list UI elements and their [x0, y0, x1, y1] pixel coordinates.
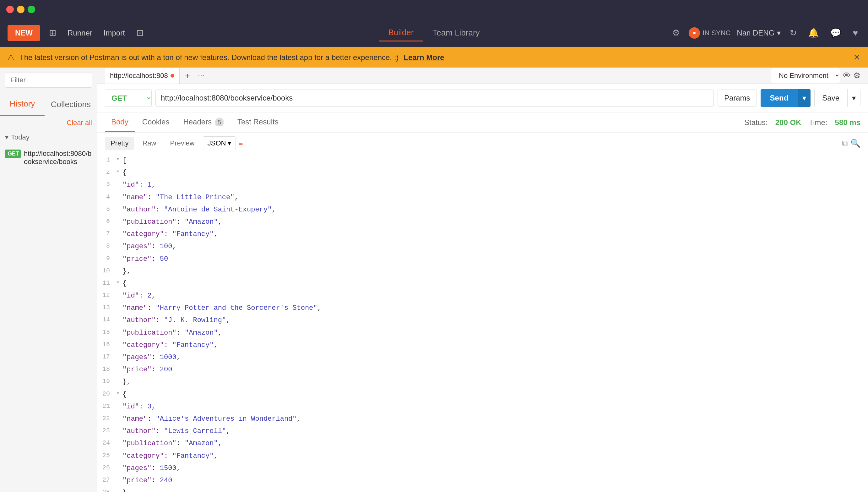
line-content: "publication": "Amazon", — [123, 217, 222, 227]
user-menu-button[interactable]: Nan DENG ▾ — [737, 29, 781, 38]
url-input[interactable] — [155, 90, 714, 106]
sidebar-url: http://localhost:8080/bookservice/books — [24, 150, 92, 166]
tab-builder[interactable]: Builder — [379, 25, 423, 42]
pretty-format-button[interactable]: Pretty — [105, 137, 134, 150]
line-content: [ — [123, 155, 127, 166]
send-button[interactable]: Send — [761, 89, 798, 107]
line-content: { — [123, 167, 127, 178]
tab-body[interactable]: Body — [105, 113, 135, 132]
preview-format-button[interactable]: Preview — [164, 137, 200, 150]
titlebar — [0, 0, 868, 19]
line-content: "pages": 100, — [123, 241, 177, 252]
params-button[interactable]: Params — [718, 90, 757, 106]
line-content: "id": 3, — [123, 401, 156, 412]
bell-icon-button[interactable]: 🔔 — [806, 25, 821, 41]
sync-label: IN SYNC — [703, 29, 731, 37]
chevron-down-icon: ▾ — [5, 133, 8, 141]
line-content: "price": 200 — [123, 364, 172, 375]
format-bar: Pretty Raw Preview JSON ▾ ≡ ⧉ 🔍 — [97, 132, 868, 154]
collapse-icon[interactable]: ▾ — [116, 278, 123, 289]
line-content: "name": "Alice's Adventures in Wonderlan… — [123, 414, 301, 424]
json-line-12: 12 "id": 2, — [97, 290, 868, 302]
line-content: "price": 240 — [123, 475, 172, 486]
json-format-selector[interactable]: JSON ▾ — [203, 137, 236, 150]
json-line-2: 2▾ { — [97, 167, 868, 179]
tab-collections[interactable]: Collections — [45, 93, 97, 116]
tab-team-library[interactable]: Team Library — [423, 25, 489, 42]
minimize-button[interactable] — [17, 6, 25, 13]
line-number: 19 — [97, 376, 116, 387]
collapse-icon[interactable]: ▾ — [116, 389, 123, 400]
tab-history[interactable]: History — [0, 93, 45, 116]
line-number: 13 — [97, 302, 116, 314]
tab-more-button[interactable]: ··· — [195, 68, 207, 83]
send-btn-group: Send ▾ — [761, 89, 811, 107]
settings-icon-button[interactable]: ⚙ — [669, 25, 682, 41]
json-line-14: 14 "author": "J. K. Rowling", — [97, 314, 868, 326]
line-number: 4 — [97, 192, 116, 203]
line-number: 20 — [97, 389, 116, 400]
tab-url-text: http://localhost:808 — [110, 72, 168, 80]
line-number: 18 — [97, 364, 116, 375]
headers-count-badge: 5 — [215, 118, 224, 126]
heart-icon-button[interactable]: ♥ — [850, 25, 861, 41]
save-button[interactable]: Save — [814, 89, 847, 107]
new-button[interactable]: NEW — [7, 25, 40, 41]
env-eye-icon-button[interactable]: 👁 — [843, 71, 851, 80]
json-line-27: 27 "price": 240 — [97, 474, 868, 487]
line-content: "author": "Lewis Carroll", — [123, 426, 230, 437]
tab-headers[interactable]: Headers 5 — [177, 113, 230, 132]
collapse-icon[interactable]: ▾ — [116, 155, 123, 166]
status-value: 200 OK — [775, 118, 801, 127]
add-layout-icon[interactable]: ⊡ — [134, 25, 146, 41]
copy-icon-button[interactable]: ⧉ — [842, 139, 848, 148]
list-item[interactable]: GET http://localhost:8080/bookservice/bo… — [0, 145, 97, 170]
json-line-13: 13 "name": "Harry Potter and the Sorcere… — [97, 302, 868, 314]
line-number: 10 — [97, 266, 116, 277]
save-dropdown-button[interactable]: ▾ — [847, 89, 861, 107]
line-number: 25 — [97, 450, 116, 462]
refresh-icon-button[interactable]: ↻ — [787, 25, 799, 41]
clear-all-button[interactable]: Clear all — [61, 116, 97, 129]
line-content: }, — [123, 266, 131, 277]
sync-icon: ● — [689, 27, 700, 39]
url-tab[interactable]: http://localhost:808 — [105, 68, 180, 83]
raw-format-button[interactable]: Raw — [136, 137, 162, 150]
close-button[interactable] — [6, 6, 14, 13]
filter-input[interactable] — [5, 73, 92, 88]
response-tabs: Body Cookies Headers 5 Test Results Stat… — [97, 113, 868, 132]
line-number: 27 — [97, 475, 116, 486]
line-number: 22 — [97, 414, 116, 424]
time-value: 580 ms — [835, 118, 861, 127]
wrap-icon[interactable]: ≡ — [238, 139, 243, 148]
maximize-button[interactable] — [28, 6, 35, 13]
add-tab-button[interactable]: ＋ — [181, 68, 194, 83]
tab-cookies[interactable]: Cookies — [136, 113, 176, 132]
search-icon-button[interactable]: 🔍 — [850, 139, 861, 148]
line-content: "pages": 1500, — [123, 463, 181, 474]
learn-more-link[interactable]: Learn More — [404, 53, 444, 62]
line-content: "author": "J. K. Rowling", — [123, 315, 230, 326]
line-content: "category": "Fantancy", — [123, 229, 218, 240]
tab-bar: http://localhost:808 ＋ ··· No Environmen… — [97, 68, 868, 84]
line-number: 16 — [97, 340, 116, 351]
tab-test-results[interactable]: Test Results — [231, 113, 285, 132]
comments-icon-button[interactable]: 💬 — [828, 25, 844, 41]
json-line-23: 23 "author": "Lewis Carroll", — [97, 425, 868, 437]
json-line-16: 16 "category": "Fantancy", — [97, 339, 868, 351]
json-viewer: 1▾[2▾ {3 "id": 1,4 "name": "The Little P… — [97, 154, 868, 492]
environment-dropdown[interactable]: No Environment — [771, 68, 840, 83]
send-dropdown-button[interactable]: ▾ — [798, 89, 811, 107]
env-settings-icon-button[interactable]: ⚙ — [853, 71, 861, 80]
env-select-container: No Environment 👁 ⚙ — [771, 68, 861, 83]
line-number: 9 — [97, 253, 116, 265]
json-line-22: 22 "name": "Alice's Adventures in Wonder… — [97, 413, 868, 425]
runner-button[interactable]: Runner — [65, 26, 95, 40]
method-select[interactable]: GET POST PUT DELETE — [105, 90, 152, 107]
layout-icon-button[interactable]: ⊞ — [47, 25, 59, 41]
line-number: 26 — [97, 463, 116, 474]
import-button[interactable]: Import — [101, 26, 128, 40]
json-line-9: 9 "price": 50 — [97, 253, 868, 265]
collapse-icon[interactable]: ▾ — [116, 167, 123, 178]
banner-close-button[interactable]: ✕ — [853, 52, 861, 63]
